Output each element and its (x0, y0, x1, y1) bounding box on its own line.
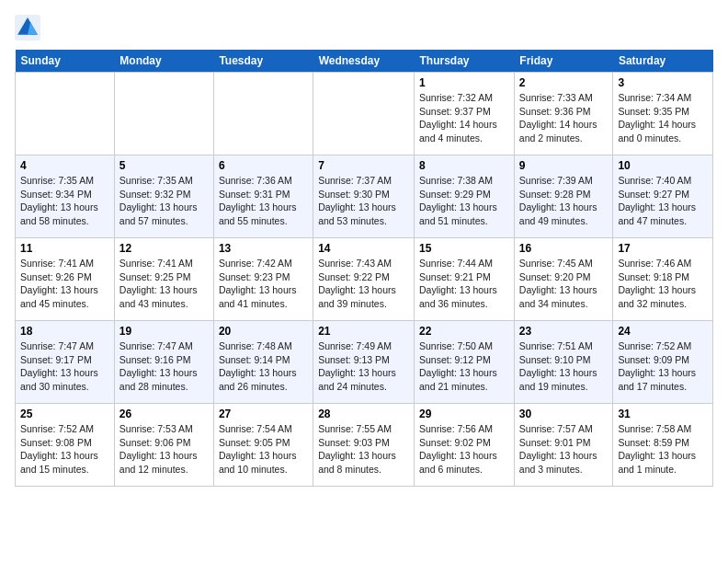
week-row-1: 1Sunrise: 7:32 AMSunset: 9:37 PMDaylight… (16, 73, 713, 155)
day-cell: 26Sunrise: 7:53 AMSunset: 9:06 PMDayligh… (114, 404, 213, 487)
day-info: Sunrise: 7:47 AMSunset: 9:16 PMDaylight:… (119, 339, 209, 394)
day-number: 10 (618, 159, 708, 172)
day-number: 7 (318, 159, 409, 172)
day-cell: 14Sunrise: 7:43 AMSunset: 9:22 PMDayligh… (313, 238, 415, 321)
day-cell: 19Sunrise: 7:47 AMSunset: 9:16 PMDayligh… (114, 321, 213, 404)
day-info: Sunrise: 7:42 AMSunset: 9:23 PMDaylight:… (219, 257, 308, 311)
day-cell: 12Sunrise: 7:41 AMSunset: 9:25 PMDayligh… (114, 238, 213, 321)
day-info: Sunrise: 7:36 AMSunset: 9:31 PMDaylight:… (219, 174, 308, 228)
day-cell: 2Sunrise: 7:33 AMSunset: 9:36 PMDaylight… (514, 73, 613, 155)
day-number: 13 (219, 242, 308, 255)
day-cell: 29Sunrise: 7:56 AMSunset: 9:02 PMDayligh… (415, 404, 515, 487)
day-cell: 1Sunrise: 7:32 AMSunset: 9:37 PMDaylight… (415, 73, 515, 155)
day-cell: 3Sunrise: 7:34 AMSunset: 9:35 PMDaylight… (613, 73, 713, 155)
day-cell (114, 73, 213, 155)
day-cell: 13Sunrise: 7:42 AMSunset: 9:23 PMDayligh… (213, 238, 313, 321)
day-cell: 8Sunrise: 7:38 AMSunset: 9:29 PMDaylight… (415, 155, 515, 238)
day-info: Sunrise: 7:49 AMSunset: 9:13 PMDaylight:… (318, 339, 409, 394)
day-cell: 9Sunrise: 7:39 AMSunset: 9:28 PMDaylight… (514, 155, 613, 238)
day-cell: 18Sunrise: 7:47 AMSunset: 9:17 PMDayligh… (16, 321, 115, 404)
day-info: Sunrise: 7:51 AMSunset: 9:10 PMDaylight:… (519, 339, 609, 394)
day-info: Sunrise: 7:43 AMSunset: 9:22 PMDaylight:… (318, 257, 409, 311)
day-cell: 10Sunrise: 7:40 AMSunset: 9:27 PMDayligh… (613, 155, 713, 238)
day-number: 30 (519, 408, 609, 420)
day-number: 29 (419, 408, 509, 420)
day-number: 21 (318, 325, 409, 338)
day-info: Sunrise: 7:53 AMSunset: 9:06 PMDaylight:… (119, 422, 209, 477)
day-cell: 22Sunrise: 7:50 AMSunset: 9:12 PMDayligh… (415, 321, 515, 404)
header-cell-sunday: Sunday (16, 50, 115, 73)
day-info: Sunrise: 7:34 AMSunset: 9:35 PMDaylight:… (618, 91, 708, 145)
day-cell: 23Sunrise: 7:51 AMSunset: 9:10 PMDayligh… (514, 321, 613, 404)
day-info: Sunrise: 7:41 AMSunset: 9:25 PMDaylight:… (119, 257, 209, 311)
day-number: 2 (519, 76, 609, 89)
day-cell: 24Sunrise: 7:52 AMSunset: 9:09 PMDayligh… (613, 321, 713, 404)
day-cell: 31Sunrise: 7:58 AMSunset: 8:59 PMDayligh… (613, 404, 713, 487)
day-info: Sunrise: 7:55 AMSunset: 9:03 PMDaylight:… (318, 422, 409, 477)
day-info: Sunrise: 7:47 AMSunset: 9:17 PMDaylight:… (20, 339, 109, 394)
week-row-2: 4Sunrise: 7:35 AMSunset: 9:34 PMDaylight… (16, 155, 713, 238)
day-info: Sunrise: 7:46 AMSunset: 9:18 PMDaylight:… (618, 257, 708, 311)
day-number: 17 (618, 242, 708, 255)
day-cell: 17Sunrise: 7:46 AMSunset: 9:18 PMDayligh… (613, 238, 713, 321)
day-cell: 25Sunrise: 7:52 AMSunset: 9:08 PMDayligh… (16, 404, 115, 487)
day-number: 9 (519, 159, 609, 172)
day-info: Sunrise: 7:52 AMSunset: 9:08 PMDaylight:… (20, 422, 109, 477)
day-info: Sunrise: 7:50 AMSunset: 9:12 PMDaylight:… (419, 339, 509, 394)
day-info: Sunrise: 7:37 AMSunset: 9:30 PMDaylight:… (318, 174, 409, 228)
day-cell: 7Sunrise: 7:37 AMSunset: 9:30 PMDaylight… (313, 155, 415, 238)
day-number: 4 (20, 159, 109, 172)
day-number: 25 (20, 408, 109, 420)
day-info: Sunrise: 7:44 AMSunset: 9:21 PMDaylight:… (419, 257, 509, 311)
day-number: 1 (419, 76, 509, 89)
day-info: Sunrise: 7:56 AMSunset: 9:02 PMDaylight:… (419, 422, 509, 477)
day-info: Sunrise: 7:33 AMSunset: 9:36 PMDaylight:… (519, 91, 609, 145)
day-info: Sunrise: 7:38 AMSunset: 9:29 PMDaylight:… (419, 174, 509, 228)
logo-icon (15, 15, 40, 40)
day-info: Sunrise: 7:45 AMSunset: 9:20 PMDaylight:… (519, 257, 609, 311)
day-number: 22 (419, 325, 509, 338)
day-number: 16 (519, 242, 609, 255)
day-cell: 30Sunrise: 7:57 AMSunset: 9:01 PMDayligh… (514, 404, 613, 487)
day-number: 28 (318, 408, 409, 420)
day-number: 14 (318, 242, 409, 255)
day-number: 12 (119, 242, 209, 255)
day-number: 6 (219, 159, 308, 172)
day-cell (213, 73, 313, 155)
week-row-4: 18Sunrise: 7:47 AMSunset: 9:17 PMDayligh… (16, 321, 713, 404)
day-cell: 5Sunrise: 7:35 AMSunset: 9:32 PMDaylight… (114, 155, 213, 238)
page-header (15, 15, 713, 40)
header-cell-saturday: Saturday (613, 50, 713, 73)
week-row-3: 11Sunrise: 7:41 AMSunset: 9:26 PMDayligh… (16, 238, 713, 321)
day-cell: 16Sunrise: 7:45 AMSunset: 9:20 PMDayligh… (514, 238, 613, 321)
day-cell: 11Sunrise: 7:41 AMSunset: 9:26 PMDayligh… (16, 238, 115, 321)
day-number: 11 (20, 242, 109, 255)
calendar-body: 1Sunrise: 7:32 AMSunset: 9:37 PMDaylight… (16, 73, 713, 487)
day-cell: 20Sunrise: 7:48 AMSunset: 9:14 PMDayligh… (213, 321, 313, 404)
calendar-table: SundayMondayTuesdayWednesdayThursdayFrid… (15, 50, 713, 487)
day-number: 15 (419, 242, 509, 255)
day-info: Sunrise: 7:58 AMSunset: 8:59 PMDaylight:… (618, 422, 708, 477)
day-cell: 4Sunrise: 7:35 AMSunset: 9:34 PMDaylight… (16, 155, 115, 238)
day-cell (313, 73, 415, 155)
day-info: Sunrise: 7:40 AMSunset: 9:27 PMDaylight:… (618, 174, 708, 228)
day-number: 18 (20, 325, 109, 338)
day-number: 23 (519, 325, 609, 338)
header-cell-wednesday: Wednesday (313, 50, 415, 73)
logo (15, 15, 44, 40)
day-number: 26 (119, 408, 209, 420)
day-number: 8 (419, 159, 509, 172)
header-cell-friday: Friday (514, 50, 613, 73)
header-cell-monday: Monday (114, 50, 213, 73)
day-number: 3 (618, 76, 708, 89)
week-row-5: 25Sunrise: 7:52 AMSunset: 9:08 PMDayligh… (16, 404, 713, 487)
day-info: Sunrise: 7:48 AMSunset: 9:14 PMDaylight:… (219, 339, 308, 394)
calendar-header: SundayMondayTuesdayWednesdayThursdayFrid… (16, 50, 713, 73)
header-cell-tuesday: Tuesday (213, 50, 313, 73)
day-info: Sunrise: 7:39 AMSunset: 9:28 PMDaylight:… (519, 174, 609, 228)
day-cell (16, 73, 115, 155)
day-info: Sunrise: 7:32 AMSunset: 9:37 PMDaylight:… (419, 91, 509, 145)
day-cell: 27Sunrise: 7:54 AMSunset: 9:05 PMDayligh… (213, 404, 313, 487)
day-info: Sunrise: 7:57 AMSunset: 9:01 PMDaylight:… (519, 422, 609, 477)
day-number: 31 (618, 408, 708, 420)
